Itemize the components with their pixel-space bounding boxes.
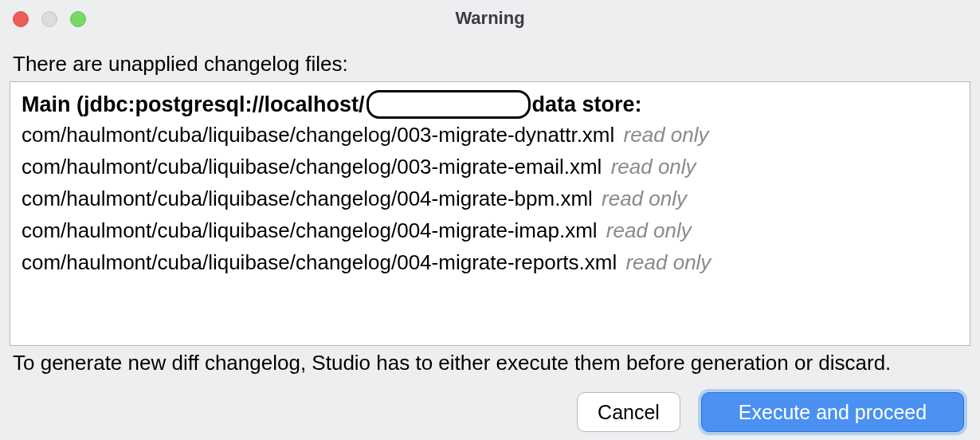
file-path: com/haulmont/cuba/liquibase/changelog/00… [22, 123, 614, 147]
changelog-list-box: Main (jdbc:postgresql://localhost/ data … [10, 81, 970, 346]
close-icon[interactable] [13, 11, 29, 27]
dialog-content: There are unapplied changelog files: Mai… [0, 36, 980, 375]
file-status: read only [625, 250, 711, 274]
file-path: com/haulmont/cuba/liquibase/changelog/00… [22, 187, 593, 210]
list-item[interactable]: com/haulmont/cuba/liquibase/changelog/00… [22, 214, 958, 246]
list-item[interactable]: com/haulmont/cuba/liquibase/changelog/00… [22, 246, 958, 278]
button-bar: Cancel Execute and proceed [577, 392, 964, 432]
footer-message: To generate new diff changelog, Studio h… [13, 351, 970, 375]
datastore-name-redacted [367, 90, 531, 119]
datastore-suffix: data store: [532, 91, 642, 119]
cancel-button[interactable]: Cancel [577, 392, 680, 432]
file-path: com/haulmont/cuba/liquibase/changelog/00… [22, 155, 602, 179]
datastore-header: Main (jdbc:postgresql://localhost/ data … [22, 90, 958, 119]
titlebar: Warning [0, 0, 980, 36]
list-item[interactable]: com/haulmont/cuba/liquibase/changelog/00… [22, 151, 958, 183]
list-item[interactable]: com/haulmont/cuba/liquibase/changelog/00… [22, 183, 958, 214]
list-item[interactable]: com/haulmont/cuba/liquibase/changelog/00… [22, 119, 958, 151]
minimize-icon[interactable] [41, 11, 57, 27]
datastore-prefix: Main (jdbc:postgresql://localhost/ [22, 91, 365, 119]
file-path: com/haulmont/cuba/liquibase/changelog/00… [22, 218, 598, 242]
file-status: read only [624, 123, 709, 147]
file-status: read only [606, 218, 692, 242]
window-controls [13, 11, 86, 27]
file-path: com/haulmont/cuba/liquibase/changelog/00… [22, 250, 617, 274]
zoom-icon[interactable] [70, 11, 86, 27]
file-status: read only [611, 155, 696, 179]
execute-and-proceed-button[interactable]: Execute and proceed [701, 392, 964, 432]
window-title: Warning [0, 8, 980, 29]
file-status: read only [602, 187, 687, 210]
lead-message: There are unapplied changelog files: [13, 52, 970, 77]
